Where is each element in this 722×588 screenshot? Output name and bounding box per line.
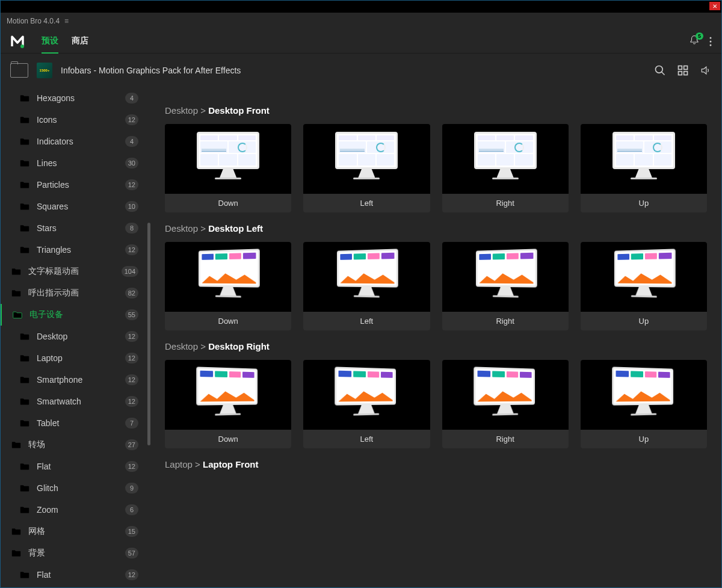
svg-rect-7 (684, 66, 688, 70)
preset-label: Up (581, 194, 707, 212)
sidebar-item-4[interactable]: Particles12 (1, 174, 148, 196)
search-icon (654, 64, 666, 76)
preset-card[interactable]: Down (165, 360, 291, 448)
desktop-illustration (611, 132, 677, 186)
sidebar-item-3[interactable]: Lines30 (1, 152, 148, 174)
section-title: Laptop > Laptop Front (165, 459, 707, 469)
sidebar-item-count: 104 (122, 266, 138, 277)
tab-presets[interactable]: 预设 (42, 29, 58, 54)
view-grid-button[interactable] (677, 64, 689, 76)
preset-card[interactable]: Down (165, 124, 291, 212)
preset-label: Right (442, 430, 569, 448)
preset-thumbnail (581, 242, 707, 312)
sidebar-item-label: Flat (37, 570, 51, 580)
preset-card[interactable]: Up (581, 124, 707, 212)
preset-thumbnail (581, 124, 707, 194)
sidebar-item-14[interactable]: Smartwatch12 (1, 391, 148, 412)
preset-thumbnail (581, 360, 707, 430)
sidebar-item-17[interactable]: Flat12 (1, 456, 148, 477)
sidebar-item-label: Lines (37, 158, 57, 168)
pack-icon[interactable]: 1500+ (37, 63, 52, 78)
section-title: Desktop > Desktop Front (165, 105, 707, 116)
tab-store[interactable]: 商店 (72, 29, 88, 54)
sidebar-item-0[interactable]: Hexagons4 (1, 87, 148, 109)
pack-title: Infobars - Motion Graphics Pack for Afte… (61, 66, 241, 75)
breadcrumb-crumb: Desktop (165, 341, 198, 351)
preset-card[interactable]: Up (581, 242, 707, 330)
sidebar-item-label: Smartwatch (37, 397, 81, 406)
sidebar-item-18[interactable]: Glitch9 (1, 477, 148, 499)
desktop-illustration (197, 249, 262, 305)
sidebar-item-19[interactable]: Zoom6 (1, 499, 148, 521)
sidebar-item-12[interactable]: Laptop12 (1, 347, 148, 369)
sidebar-item-21[interactable]: 背景57 (1, 542, 148, 564)
sidebar-item-count: 30 (125, 158, 138, 169)
preset-card[interactable]: Left (303, 242, 430, 330)
preset-card[interactable]: Left (303, 360, 430, 448)
preset-card[interactable]: Down (165, 242, 291, 330)
notifications-button[interactable]: 5 (689, 35, 700, 48)
sidebar-item-15[interactable]: Tablet7 (1, 412, 148, 434)
desktop-illustration (612, 249, 677, 305)
sidebar-item-count: 12 (125, 244, 138, 255)
sidebar-item-label: Indicators (37, 137, 73, 146)
svg-point-3 (710, 44, 712, 46)
preset-card[interactable]: Up (581, 360, 707, 448)
preset-card[interactable]: Right (442, 124, 569, 212)
preset-label: Left (303, 430, 430, 448)
grid-icon (677, 64, 689, 76)
preset-card[interactable]: Right (442, 360, 569, 448)
desktop-illustration (333, 367, 398, 423)
sidebar-item-count: 12 (125, 461, 138, 472)
preset-label: Left (303, 194, 430, 212)
desktop-illustration (474, 249, 539, 305)
sidebar-item-8[interactable]: 文字标题动画104 (1, 261, 148, 282)
svg-point-2 (710, 40, 712, 42)
sidebar-item-7[interactable]: Triangles12 (1, 239, 148, 261)
sidebar-item-6[interactable]: Stars8 (1, 217, 148, 239)
preset-thumbnail (442, 242, 569, 312)
menu-icon[interactable]: ≡ (64, 17, 69, 25)
svg-rect-9 (684, 72, 688, 75)
sidebar-item-2[interactable]: Indicators4 (1, 131, 148, 152)
sidebar-item-count: 55 (125, 309, 138, 320)
sidebar-item-13[interactable]: Smartphone12 (1, 369, 148, 391)
sidebar-item-label: 电子设备 (29, 309, 63, 320)
sidebar-item-label: Smartphone (37, 375, 82, 385)
app-title: Motion Bro 4.0.4 (7, 17, 60, 25)
preset-label: Down (165, 430, 291, 448)
sidebar-item-count: 12 (125, 374, 138, 385)
sidebar-item-count: 27 (125, 439, 138, 450)
sound-button[interactable] (700, 64, 712, 76)
sidebar-item-label: 转场 (28, 439, 45, 450)
main-content: Desktop > Desktop FrontDownLeftRightUpDe… (150, 87, 721, 587)
sidebar-item-5[interactable]: Squares10 (1, 196, 148, 217)
sidebar-item-10[interactable]: 电子设备55 (1, 304, 148, 326)
sidebar-item-count: 12 (125, 331, 138, 342)
sidebar-item-count: 82 (125, 288, 138, 299)
folder-up-button[interactable] (10, 63, 28, 78)
close-button[interactable]: ✕ (709, 2, 720, 10)
breadcrumb-crumb: Desktop (165, 105, 198, 116)
sidebar-item-1[interactable]: Icons12 (1, 109, 148, 131)
search-button[interactable] (654, 64, 666, 76)
sidebar-item-count: 10 (125, 201, 138, 212)
sidebar-item-11[interactable]: Desktop12 (1, 326, 148, 347)
sidebar-item-label: Particles (37, 180, 69, 190)
sidebar-item-20[interactable]: 网格15 (1, 521, 148, 542)
sidebar-item-count: 8 (125, 223, 138, 234)
preset-card[interactable]: Right (442, 242, 569, 330)
sidebar-item-22[interactable]: Flat12 (1, 564, 148, 586)
sidebar-item-16[interactable]: 转场27 (1, 434, 148, 456)
more-button[interactable] (709, 37, 712, 46)
sidebar-item-label: Stars (37, 223, 57, 233)
sidebar-item-count: 6 (125, 504, 138, 515)
sidebar-item-9[interactable]: 呼出指示动画82 (1, 282, 148, 304)
speaker-icon (700, 64, 712, 76)
preset-thumbnail (165, 124, 291, 194)
sidebar-item-label: Hexagons (37, 93, 75, 103)
preset-card[interactable]: Left (303, 124, 430, 212)
desktop-illustration (194, 367, 259, 423)
app-logo (10, 34, 25, 49)
svg-rect-8 (679, 72, 682, 75)
